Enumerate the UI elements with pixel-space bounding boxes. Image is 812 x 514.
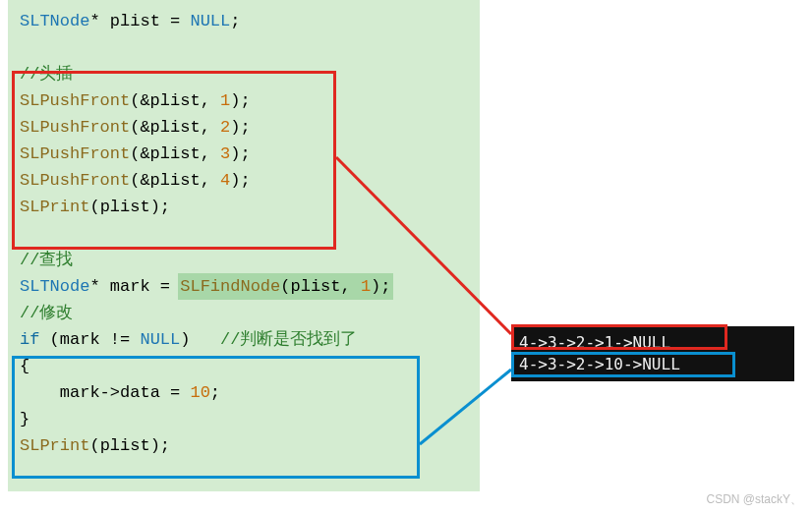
output-line: 4->3->2->1->NULL xyxy=(519,332,786,354)
comment: //头插 xyxy=(20,65,73,84)
code-block: SLTNode* plist = NULL; //头插 SLPushFront(… xyxy=(8,0,480,491)
console-output: 4->3->2->1->NULL 4->3->2->10->NULL xyxy=(511,326,794,381)
comment: //查找 xyxy=(20,251,73,269)
code-line: SLTNode* plist = NULL; xyxy=(20,8,468,34)
watermark: CSDN @stackY、 xyxy=(706,491,802,508)
comment: //修改 xyxy=(20,304,73,322)
type-token: SLTNode xyxy=(20,12,89,30)
output-line: 4->3->2->10->NULL xyxy=(519,354,786,375)
